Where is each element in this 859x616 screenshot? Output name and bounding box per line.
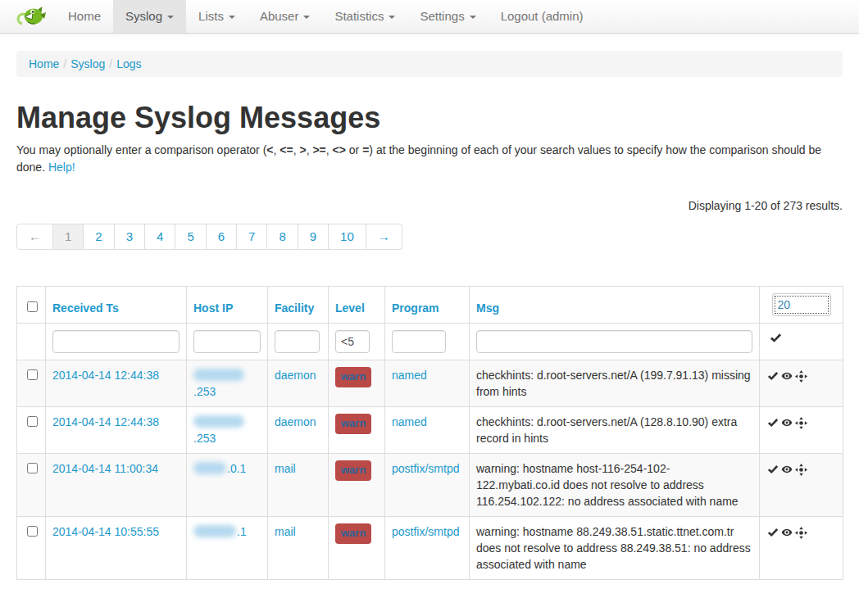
- filter-input-facility[interactable]: [275, 330, 320, 353]
- page-container: Home/Syslog/Logs Manage Syslog Messages …: [0, 51, 859, 580]
- timestamp-link[interactable]: 2014-04-14 12:44:38: [52, 415, 159, 428]
- breadcrumb-link-home[interactable]: Home: [29, 57, 59, 70]
- column-header-facility[interactable]: Facility: [275, 301, 314, 315]
- host-ip-link[interactable]: .253: [193, 385, 216, 398]
- level-link[interactable]: warn: [341, 417, 366, 429]
- action-view-button[interactable]: [780, 367, 793, 383]
- nav-link-settings[interactable]: Settings: [407, 0, 488, 33]
- row-checkbox[interactable]: [27, 416, 38, 427]
- filter-input-received-ts[interactable]: [52, 330, 180, 353]
- breadcrumb-link-logs[interactable]: Logs: [116, 57, 141, 70]
- check-icon: [770, 332, 782, 344]
- host-ip-link[interactable]: .1: [237, 525, 247, 538]
- program-link[interactable]: named: [392, 369, 427, 382]
- action-view-button[interactable]: [780, 523, 793, 540]
- nav-link-statistics[interactable]: Statistics: [322, 0, 407, 33]
- filter-apply-button[interactable]: [766, 330, 785, 350]
- facility-link[interactable]: daemon: [275, 415, 316, 428]
- nav-link-lists[interactable]: Lists: [186, 0, 248, 33]
- pagination-page-1[interactable]: 1: [53, 224, 84, 250]
- msg-cell: warning: hostname host-116-254-102-122.m…: [470, 454, 760, 517]
- filter-input-msg[interactable]: [476, 330, 752, 353]
- eye-icon: [780, 417, 793, 428]
- action-view-button[interactable]: [780, 460, 793, 477]
- row-checkbox[interactable]: [27, 526, 38, 537]
- pagination-page-2[interactable]: 2: [84, 224, 114, 250]
- breadcrumb-link-syslog[interactable]: Syslog: [70, 57, 105, 70]
- pagination-page-9[interactable]: 9: [298, 224, 329, 250]
- pagination-page-4[interactable]: 4: [145, 224, 175, 250]
- program-link[interactable]: postfix/smtpd: [392, 462, 459, 475]
- main-nav: HomeSyslogListsAbuserStatisticsSettingsL…: [56, 0, 596, 33]
- action-check-button[interactable]: [767, 460, 779, 477]
- table-row: 2014-04-14 12:44:38.253daemonwarnnamedch…: [17, 407, 843, 454]
- action-move-button[interactable]: [795, 523, 807, 540]
- row-checkbox[interactable]: [27, 369, 38, 380]
- action-move-button[interactable]: [795, 414, 807, 430]
- column-header-msg[interactable]: Msg: [476, 301, 499, 315]
- pagination-page-6[interactable]: 6: [207, 224, 237, 250]
- header-cell-program: Program: [385, 287, 470, 324]
- host-ip-link[interactable]: .253: [193, 432, 216, 445]
- level-link[interactable]: warn: [341, 527, 366, 539]
- level-link[interactable]: warn: [341, 370, 366, 383]
- row-select-cell: [17, 517, 46, 580]
- program-cell: postfix/smtpd: [385, 454, 470, 517]
- action-move-button[interactable]: [795, 460, 807, 477]
- table-header-row: Received TsHost IPFacilityLevelProgramMs…: [17, 287, 843, 324]
- header-cell-msg: Msg: [470, 287, 760, 324]
- pagination-page-7[interactable]: 7: [237, 224, 267, 250]
- pagination-list: ←12345678910→: [16, 224, 402, 250]
- comparison-operator: <=: [280, 143, 293, 156]
- action-view-button[interactable]: [780, 414, 793, 430]
- facility-cell: daemon: [268, 407, 329, 454]
- nav-link-abuser[interactable]: Abuser: [248, 0, 323, 33]
- timestamp-link[interactable]: 2014-04-14 11:00:34: [52, 462, 158, 475]
- action-check-button[interactable]: [767, 414, 779, 430]
- nav-link-home[interactable]: Home: [56, 0, 113, 33]
- column-header-received-ts[interactable]: Received Ts: [52, 301, 119, 315]
- comparison-operator: <>: [333, 143, 346, 156]
- filter-input-level[interactable]: [335, 330, 370, 353]
- pagination-page-5[interactable]: 5: [175, 224, 206, 250]
- received-ts-cell: 2014-04-14 11:00:34: [46, 454, 187, 517]
- pagination-page-3[interactable]: 3: [115, 224, 145, 250]
- filter-input-program[interactable]: [392, 330, 446, 353]
- caret-down-icon: [389, 16, 395, 19]
- action-check-button[interactable]: [767, 367, 779, 383]
- check-icon: [767, 464, 779, 475]
- table-row: 2014-04-14 11:00:34.0.1mailwarnpostfix/s…: [17, 454, 843, 517]
- column-header-level[interactable]: Level: [335, 301, 365, 315]
- timestamp-link[interactable]: 2014-04-14 12:44:38: [52, 369, 159, 382]
- timestamp-link[interactable]: 2014-04-14 10:55:55: [52, 525, 159, 538]
- level-link[interactable]: warn: [341, 464, 366, 476]
- host-ip-link[interactable]: .0.1: [227, 462, 246, 475]
- facility-link[interactable]: daemon: [275, 369, 316, 382]
- page-size-input[interactable]: [772, 293, 831, 316]
- pagination-prev[interactable]: ←: [16, 224, 53, 250]
- row-checkbox[interactable]: [27, 463, 38, 473]
- facility-link[interactable]: mail: [275, 525, 296, 538]
- redacted-ip-blur: [193, 462, 226, 474]
- brand-logo-link[interactable]: [8, 0, 56, 33]
- program-link[interactable]: named: [392, 415, 427, 428]
- received-ts-cell: 2014-04-14 12:44:38: [46, 360, 187, 407]
- received-ts-cell: 2014-04-14 10:55:55: [46, 517, 187, 580]
- column-header-host-ip[interactable]: Host IP: [193, 301, 233, 315]
- pagination-page-10[interactable]: 10: [329, 224, 366, 250]
- facility-cell: mail: [268, 517, 329, 580]
- nav-item-abuser: Abuser: [248, 0, 323, 33]
- column-header-program[interactable]: Program: [392, 301, 439, 315]
- nav-link-syslog[interactable]: Syslog: [113, 0, 186, 33]
- help-link[interactable]: Help!: [48, 161, 75, 174]
- pagination-page-8[interactable]: 8: [267, 224, 298, 250]
- facility-link[interactable]: mail: [275, 462, 296, 475]
- nav-link-logout-admin[interactable]: Logout (admin): [489, 0, 596, 33]
- program-link[interactable]: postfix/smtpd: [392, 525, 459, 538]
- filter-input-host-ip[interactable]: [193, 330, 261, 353]
- pagination-next[interactable]: →: [366, 224, 402, 250]
- action-move-button[interactable]: [795, 367, 807, 383]
- caret-down-icon: [229, 16, 235, 19]
- select-all-checkbox[interactable]: [27, 301, 38, 312]
- action-check-button[interactable]: [767, 523, 779, 540]
